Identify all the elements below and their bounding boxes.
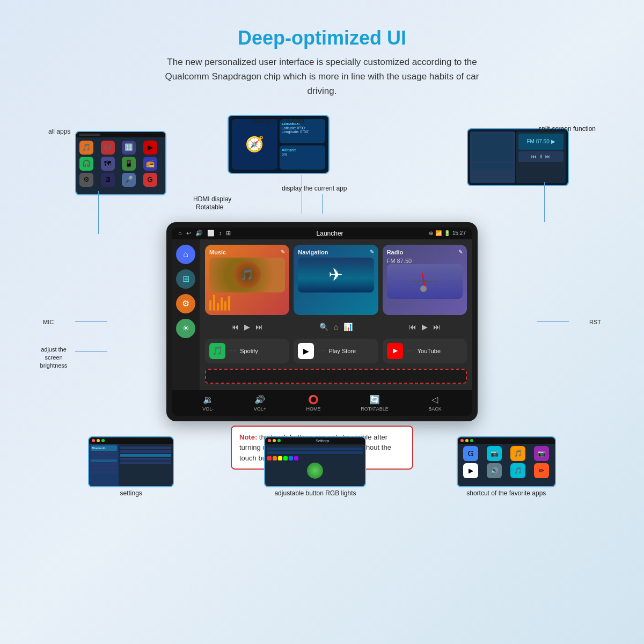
rst-label: RST (589, 319, 601, 325)
nav-controls: 🔍 ⌂ 📊 (294, 319, 378, 334)
rotatable-label: ROTATABLE (361, 406, 389, 412)
home-bottom-button[interactable]: ⭕ HOME (306, 394, 321, 412)
page-subtitle: The new personalized user interface is s… (161, 55, 483, 99)
settings-button[interactable]: ⚙ (176, 294, 195, 313)
grid-button[interactable]: ⊞ (176, 269, 195, 289)
change-widget-label: change the widget (252, 117, 304, 125)
radio-controls: ⏮ ▶ ⏭ (383, 319, 467, 334)
playstore-label: Play Store (328, 348, 356, 354)
spotify-icon: 🎵 (209, 343, 225, 359)
vol-plus-button[interactable]: 🔊 VOL+ (254, 394, 266, 412)
radio-label: Radio (387, 249, 404, 255)
rotatable-icon: 🔄 (369, 394, 380, 405)
playstore-icon: ▶ (298, 343, 314, 359)
music-controls: ⏮ ▶ ⏭ (205, 319, 289, 334)
youtube-icon: ▶ (387, 343, 403, 359)
shortcut-thumb-item: G 📷 🎵 📷 ▶ 🔊 🎵 ✏ shortcut of the favorite… (457, 436, 556, 497)
display-current-label: display the current app (282, 185, 347, 192)
rgb-thumb-item: Settings (264, 436, 366, 497)
home-button[interactable]: ⌂ (176, 245, 195, 264)
spotify-label: Spotify (240, 348, 258, 354)
home-bottom-label: HOME (306, 406, 321, 412)
device: ⌂↩🔊⬜↕⊞ Launcher ⊕📶🔋 15:27 ⌂ ⊞ ⚙ (166, 222, 478, 421)
brightness-label: adjust thescreen brightness (32, 346, 75, 370)
note-bold: Note: (239, 433, 257, 441)
rgb-label: adjustable button RGB lights (274, 489, 356, 497)
page-title: Deep-optimized UI (238, 11, 406, 55)
music-widget: Music ✎ 🎵 (205, 245, 289, 315)
vol-minus-icon: 🔉 (203, 394, 214, 405)
sidebar: ⌂ ⊞ ⚙ ☀ (172, 239, 200, 390)
play-btn[interactable]: ▶ (244, 323, 250, 331)
vol-plus-label: VOL+ (254, 406, 266, 412)
all-apps-thumb: 🎵 🎶 🔢 ▶ 🎧 🗺 📱 📻 ⚙ 🖥 🎤 G all apps (48, 126, 70, 135)
launcher-title: Launcher (231, 230, 429, 237)
settings-thumbnail: Bluetooth (88, 436, 174, 487)
bottom-buttons-row: 🔉 VOL- 🔊 VOL+ ⭕ HOME 🔄 ROTATABLE (172, 390, 472, 416)
mic-label: MIC (43, 319, 54, 325)
all-apps-label: all apps (48, 128, 70, 135)
prev-btn[interactable]: ⏮ (231, 323, 239, 331)
rotatable-label: Rotatable (196, 203, 223, 211)
home-bottom-icon: ⭕ (308, 394, 319, 405)
playstore-shortcut[interactable]: ▶ ···· Play Store (294, 339, 378, 363)
spotify-shortcut[interactable]: 🎵 ···· Spotify (205, 339, 289, 363)
widget-thumb: 🧭 Location Latitude: 0°00' Longitude: 0°… (252, 115, 304, 125)
next-btn[interactable]: ⏭ (255, 323, 263, 331)
radio-next[interactable]: ⏭ (433, 323, 441, 331)
youtube-shortcut[interactable]: ▶ ···· YouTube (383, 339, 467, 363)
radio-play[interactable]: ▶ (422, 323, 428, 331)
radio-freq: FM 87.50 (387, 258, 463, 264)
hdmi-label: HDMI display (193, 195, 231, 203)
paper-plane-icon: ✈ (328, 265, 343, 285)
home-nav-btn[interactable]: ⌂ (334, 323, 338, 331)
back-button[interactable]: ◁ BACK (428, 394, 442, 412)
youtube-label: YouTube (418, 348, 441, 354)
split-screen-thumb: FM 87.50 ▶ ⏮ ⏸ ⏭ split-screen function (538, 123, 596, 133)
touch-buttons-area (205, 369, 467, 384)
vol-minus-button[interactable]: 🔉 VOL- (202, 394, 214, 412)
settings-thumb-item: Bluetooth (88, 436, 174, 497)
settings-label: settings (120, 489, 142, 497)
vol-minus-label: VOL- (202, 406, 214, 412)
shortcut-label: shortcut of the favorite apps (466, 489, 546, 497)
brightness-button[interactable]: ☀ (176, 319, 195, 338)
back-icon: ◁ (431, 394, 438, 405)
clock: 15:27 (452, 230, 466, 236)
vol-plus-icon: 🔊 (254, 394, 265, 405)
music-label: Music (209, 249, 226, 255)
back-label: BACK (428, 406, 442, 412)
nav-label: Navigation (298, 249, 328, 255)
radio-widget: Radio ✎ FM 87.50 (383, 245, 467, 315)
chart-btn[interactable]: 📊 (343, 323, 353, 331)
search-btn[interactable]: 🔍 (319, 323, 328, 331)
radio-prev[interactable]: ⏮ (409, 323, 416, 331)
split-screen-label: split-screen function (538, 125, 596, 133)
navigation-widget: Navigation ✎ ✈ (294, 245, 378, 315)
rgb-thumbnail: Settings (264, 436, 366, 487)
rotatable-button[interactable]: 🔄 ROTATABLE (361, 394, 389, 412)
shortcut-thumbnail: G 📷 🎵 📷 ▶ 🔊 🎵 ✏ (457, 436, 556, 487)
